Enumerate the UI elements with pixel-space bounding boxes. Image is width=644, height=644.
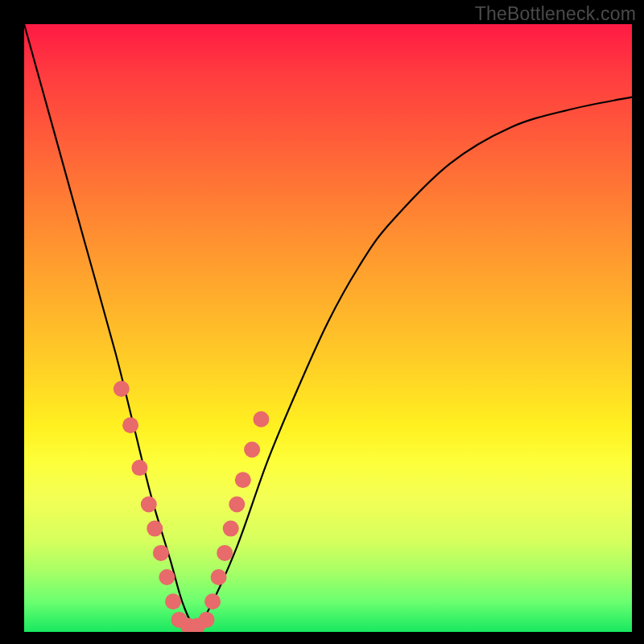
marker-dot bbox=[211, 569, 227, 585]
marker-dot bbox=[114, 381, 130, 397]
marker-dot bbox=[244, 442, 260, 458]
marker-dot bbox=[204, 593, 221, 609]
highlight-dots bbox=[114, 381, 270, 632]
chart-frame: TheBottleneck.com bbox=[0, 0, 644, 644]
bottleneck-curve bbox=[24, 24, 632, 626]
marker-dot bbox=[165, 593, 181, 609]
marker-dot bbox=[199, 612, 215, 628]
watermark-text: TheBottleneck.com bbox=[475, 3, 636, 25]
marker-dot bbox=[131, 460, 147, 476]
marker-dot bbox=[153, 545, 169, 561]
marker-dot bbox=[159, 569, 175, 585]
marker-dot bbox=[141, 497, 157, 513]
marker-dot bbox=[229, 497, 245, 513]
marker-dot bbox=[235, 472, 251, 488]
marker-dot bbox=[122, 417, 138, 433]
marker-dot bbox=[147, 521, 163, 537]
marker-dot bbox=[217, 545, 233, 561]
plot-area bbox=[24, 24, 632, 632]
marker-dot bbox=[253, 411, 269, 427]
curve-svg bbox=[24, 24, 632, 632]
marker-dot bbox=[223, 521, 239, 537]
